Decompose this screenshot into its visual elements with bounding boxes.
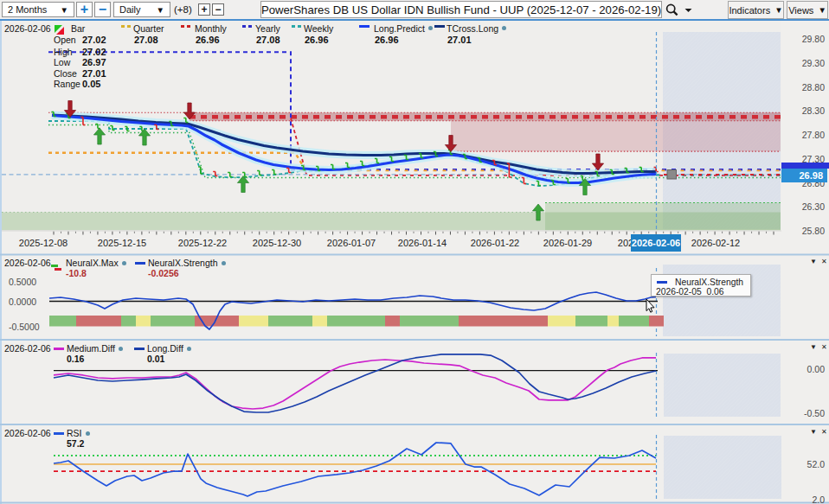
legend-item-monthly[interactable]: Monthly bbox=[195, 24, 227, 34]
legend-toggle-dot[interactable] bbox=[187, 347, 191, 351]
date-axis-label: 2025-12-30 bbox=[249, 239, 305, 248]
panel-window-buttons: ▼✕ bbox=[810, 343, 827, 351]
legend-toggle-dot[interactable] bbox=[119, 347, 123, 351]
series-tooltip: NeuralX.Strength 2026-02-05 0.06 bbox=[651, 274, 751, 297]
legend-item-long-predict[interactable]: Long.Predict bbox=[374, 24, 425, 34]
date-axis-label: 2025-12-15 bbox=[94, 239, 150, 248]
legend-item-tcross-long[interactable]: TCross.Long bbox=[447, 24, 498, 34]
medium-diff-legend-swatch bbox=[54, 348, 64, 350]
monthly-legend-swatch bbox=[181, 25, 190, 28]
date-axis-label: 2025-12-22 bbox=[175, 239, 230, 248]
panel3-axis-label: 2.0 bbox=[783, 495, 825, 504]
panel2-axis-label: 0.00 bbox=[783, 365, 825, 374]
yearly-legend-swatch bbox=[242, 25, 252, 28]
panel-date-label: 2026-02-06 bbox=[4, 429, 51, 438]
price-axis-label: 28.80 bbox=[783, 83, 825, 93]
legend-toggle-dot[interactable] bbox=[86, 431, 90, 436]
bar-legend-icon bbox=[55, 22, 64, 32]
panel-legend-value: 0.01 bbox=[147, 354, 164, 364]
legend-toggle-dot[interactable] bbox=[122, 261, 126, 265]
date-axis-label: 2026-02-12 bbox=[688, 239, 743, 248]
panel-legend-value: 57.2 bbox=[67, 439, 84, 449]
ohlc-label-high: High bbox=[54, 48, 73, 57]
panel-legend-value: 0.16 bbox=[67, 354, 84, 364]
crosshair-price-badge: 26.98 bbox=[781, 169, 827, 182]
panel-close-button[interactable]: ✕ bbox=[821, 343, 827, 351]
panel2-axis-label: -0.50 bbox=[783, 409, 825, 418]
panel-legend-value: -10.8 bbox=[66, 269, 87, 278]
panel-close-button[interactable]: ✕ bbox=[821, 258, 827, 265]
legend-item-weekly[interactable]: Weekly bbox=[304, 24, 333, 34]
panel-close-button[interactable]: ✕ bbox=[821, 428, 827, 436]
ohlc-value-range: 0.05 bbox=[82, 80, 100, 89]
neural-index-strip-yellow bbox=[548, 316, 575, 327]
legend-toggle-dot[interactable] bbox=[222, 261, 226, 265]
legend-item-bar[interactable]: Bar bbox=[71, 24, 85, 34]
legend-value-monthly: 26.96 bbox=[196, 35, 220, 45]
legend-value-tcross-long: 27.01 bbox=[447, 35, 472, 45]
panel-legend-neuralx-max[interactable]: NeuralX.Max bbox=[66, 258, 119, 268]
panel-legend-neuralx-strength[interactable]: NeuralX.Strength bbox=[148, 258, 218, 268]
panel-collapse-button[interactable]: ▼ bbox=[810, 428, 821, 436]
panel-legend-medium-diff[interactable]: Medium.Diff bbox=[67, 344, 115, 354]
neural-index-strip-yellow bbox=[312, 316, 327, 327]
legend-value-quarter: 27.08 bbox=[134, 35, 158, 45]
legend-item-quarter[interactable]: Quarter bbox=[133, 24, 164, 34]
panel-collapse-button[interactable]: ▼ bbox=[810, 343, 821, 351]
legend-item-yearly[interactable]: Yearly bbox=[255, 24, 280, 34]
date-axis-label: 2025-12-08 bbox=[16, 239, 71, 248]
neural-index-strip-green bbox=[327, 316, 385, 327]
price-axis-label: 29.30 bbox=[783, 59, 825, 68]
price-axis-label: 25.80 bbox=[783, 226, 825, 236]
neural-index-strip-yellow bbox=[607, 316, 619, 327]
panel-window-buttons: ▼✕ bbox=[810, 428, 827, 436]
panel3-future-region-hatch bbox=[664, 436, 781, 499]
chart-canvas bbox=[0, 0, 829, 504]
date-axis-label: 2026-01-22 bbox=[467, 239, 523, 248]
price-axis-label: 29.80 bbox=[783, 35, 825, 44]
tooltip-date: 2026-02-05 bbox=[656, 287, 702, 297]
ohlc-value-high: 27.02 bbox=[82, 48, 106, 57]
legend-value-long-predict: 26.96 bbox=[375, 35, 399, 45]
ohlc-label-close: Close bbox=[54, 69, 77, 79]
panel-date-label: 2026-02-06 bbox=[4, 344, 51, 354]
main-legend-date: 2026-02-06 bbox=[4, 24, 51, 34]
sep-main-p1 bbox=[0, 254, 829, 256]
ohlc-value-open: 27.02 bbox=[82, 35, 106, 45]
price-axis-label: 26.30 bbox=[783, 202, 825, 212]
neural-index-strip-green bbox=[268, 316, 312, 327]
neural-index-strip-yellow bbox=[136, 316, 151, 327]
legend-toggle-dot[interactable] bbox=[428, 26, 433, 30]
tooltip-series-row: NeuralX.Strength bbox=[652, 278, 750, 287]
neural-index-strip-green bbox=[619, 316, 649, 327]
neuralx-max-legend-icon bbox=[51, 259, 63, 266]
ohlc-label-range: Range bbox=[54, 80, 80, 89]
neural-index-strip-green bbox=[49, 316, 76, 327]
legend-value-weekly: 26.96 bbox=[305, 35, 329, 45]
price-axis-label: 28.30 bbox=[783, 106, 825, 116]
tcross-long-legend-swatch bbox=[434, 25, 445, 28]
ohlc-label-low: Low bbox=[54, 58, 70, 67]
tooltip-value-row: 2026-02-05 0.06 bbox=[656, 287, 723, 297]
ohlc-label-open: Open bbox=[54, 35, 76, 45]
panel2-future-region-hatch bbox=[664, 354, 781, 417]
legend-value-yearly: 27.08 bbox=[256, 35, 280, 45]
panel-legend-rsi[interactable]: RSI bbox=[67, 429, 82, 438]
neural-index-strip-red bbox=[76, 316, 121, 327]
ohlc-value-low: 26.97 bbox=[82, 58, 106, 67]
neural-index-strip-green bbox=[151, 316, 195, 327]
panel1-axis-label: 0.5000 bbox=[9, 278, 36, 287]
panel-collapse-button[interactable]: ▼ bbox=[810, 258, 821, 265]
panel-legend-long-diff[interactable]: Long.Diff bbox=[147, 344, 183, 354]
long-predict-legend-swatch bbox=[359, 25, 370, 28]
quarter-legend-swatch bbox=[121, 25, 131, 28]
panel-legend-value: -0.0256 bbox=[148, 269, 179, 278]
weekly-legend-swatch bbox=[292, 25, 301, 28]
sep-p1-p2 bbox=[0, 339, 829, 341]
neural-index-strip-green bbox=[400, 316, 459, 327]
date-axis-label: 2026-01-14 bbox=[395, 239, 450, 248]
ohlc-value-close: 27.01 bbox=[82, 69, 106, 79]
neural-index-strip-red bbox=[649, 316, 664, 327]
neural-index-strip-green bbox=[575, 316, 607, 327]
date-axis-label: 2026-01-29 bbox=[540, 239, 595, 248]
